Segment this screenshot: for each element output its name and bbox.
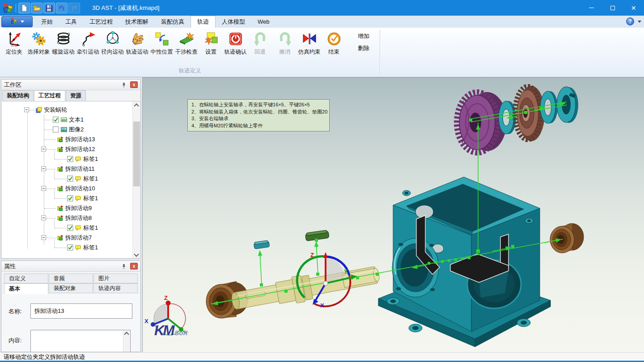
tree-item[interactable]: 标签1 bbox=[2, 174, 140, 184]
gearbox-housing[interactable] bbox=[378, 177, 551, 347]
ribbon-button-增加[interactable]: 增加 bbox=[358, 31, 378, 41]
scroll-up-icon[interactable] bbox=[134, 103, 139, 108]
maximize-button[interactable] bbox=[602, 0, 623, 16]
tree-item-label: 标签1 bbox=[83, 194, 98, 202]
tree-item[interactable]: 拆卸活动7 bbox=[2, 233, 140, 243]
checkbox-checked[interactable] bbox=[53, 117, 59, 123]
finish-icon bbox=[326, 31, 342, 46]
interference-check-icon bbox=[179, 31, 194, 46]
viewport-3d[interactable]: Z Y X X Z 1、在蜗轮轴上安装轴承，再安装平键 bbox=[142, 77, 644, 352]
tree-connector bbox=[55, 228, 66, 228]
ribbon-button-设置[interactable]: 设置 bbox=[199, 30, 223, 56]
ribbon-tab-Web[interactable]: Web bbox=[251, 16, 276, 28]
triad-z-label: Z bbox=[164, 295, 168, 301]
tree-scrollbar[interactable] bbox=[132, 101, 140, 258]
new-document-button[interactable] bbox=[18, 3, 30, 13]
workspace-tab-工艺过程[interactable]: 工艺过程 bbox=[34, 90, 65, 101]
key-teal[interactable] bbox=[254, 240, 270, 249]
ribbon-button-定位夹[interactable]: XYZ定位夹 bbox=[2, 30, 26, 56]
ribbon-button-结束[interactable]: 结束 bbox=[322, 30, 346, 56]
pin-icon[interactable] bbox=[120, 81, 127, 88]
tree-item[interactable]: 图像2 bbox=[2, 125, 140, 135]
checkbox-checked[interactable] bbox=[67, 195, 73, 202]
ribbon-button-牵引运动[interactable]: 牵引运动 bbox=[76, 30, 100, 56]
tree-expander[interactable] bbox=[41, 235, 46, 240]
scrollbar-thumb[interactable] bbox=[133, 122, 140, 186]
close-icon[interactable]: x bbox=[130, 81, 138, 88]
tree-expander[interactable] bbox=[24, 107, 29, 112]
save-button[interactable] bbox=[43, 3, 55, 13]
tree-item[interactable]: 拆卸活动8 bbox=[2, 213, 140, 223]
checkbox-checked[interactable] bbox=[67, 156, 73, 162]
checkbox-unchecked[interactable] bbox=[53, 126, 59, 133]
tree-item[interactable]: 标签1 bbox=[2, 154, 140, 164]
ribbon-button-径向运动[interactable]: 径向运动 bbox=[100, 30, 125, 56]
ribbon-tab-技术图解[interactable]: 技术图解 bbox=[119, 16, 155, 28]
ribbon-tab-开始[interactable]: 开始 bbox=[35, 16, 59, 28]
help-button[interactable]: ? bbox=[626, 17, 634, 25]
bearing-right[interactable] bbox=[550, 223, 584, 253]
ribbon-button-选择对象[interactable]: 选择对象 bbox=[26, 30, 51, 56]
content-input[interactable] bbox=[30, 330, 131, 352]
ribbon-button-仿真约束[interactable]: 仿真约束 bbox=[297, 30, 322, 56]
scroll-down-icon[interactable] bbox=[134, 252, 139, 257]
scroll-up-icon[interactable] bbox=[124, 332, 129, 337]
tree-item[interactable]: 拆卸活动9 bbox=[2, 203, 140, 213]
ribbon-button-轨迹运动[interactable]: 轨迹运动 bbox=[125, 30, 149, 56]
tree-item[interactable]: 拆卸活动13 bbox=[2, 135, 140, 144]
checkbox-checked[interactable] bbox=[67, 176, 73, 182]
workspace-panel-title: 工作区 bbox=[4, 81, 120, 89]
gizmo-z-label: Z bbox=[310, 252, 314, 258]
undo-button[interactable] bbox=[56, 3, 68, 13]
workspace-tab-装配结构[interactable]: 装配结构 bbox=[2, 90, 34, 101]
properties-tab-基本[interactable]: 基本 bbox=[4, 283, 48, 294]
worm-shaft[interactable] bbox=[229, 261, 381, 315]
pin-icon[interactable] bbox=[120, 263, 127, 270]
close-icon[interactable]: x bbox=[130, 263, 138, 269]
workspace-tab-资源[interactable]: 资源 bbox=[66, 90, 86, 101]
ribbon-tab-人体模型[interactable]: 人体模型 bbox=[216, 16, 251, 28]
washer-1[interactable] bbox=[499, 101, 516, 134]
ribbon-button-label: 选择对象 bbox=[26, 48, 51, 56]
ribbon-tab-工具[interactable]: 工具 bbox=[59, 16, 83, 28]
ribbon-tab-工艺过程[interactable]: 工艺过程 bbox=[83, 16, 119, 28]
minimize-button[interactable] bbox=[581, 0, 602, 16]
ribbon-button-轨迹确认[interactable]: 轨迹确认 bbox=[223, 30, 248, 56]
app-menu-button[interactable] bbox=[1, 16, 33, 27]
ribbon-button-中性位置[interactable]: 中性位置 bbox=[149, 30, 174, 56]
properties-tab-音频[interactable]: 音频 bbox=[49, 274, 93, 283]
neutral-position-icon bbox=[154, 31, 169, 46]
tree-item[interactable]: 拆卸活动12 bbox=[2, 144, 140, 154]
content-scrollbar[interactable] bbox=[123, 331, 130, 352]
ribbon-tab-装配仿真[interactable]: 装配仿真 bbox=[155, 16, 191, 28]
properties-tab-自定义[interactable]: 自定义 bbox=[4, 274, 48, 283]
lock-ring[interactable] bbox=[557, 87, 578, 123]
tree-item[interactable]: 标签1 bbox=[2, 243, 140, 253]
properties-tab-装配对象[interactable]: 装配对象 bbox=[49, 283, 93, 293]
help-area: ? bbox=[626, 17, 641, 25]
assembly-note[interactable]: 1、在蜗轮轴上安装轴承，再安装平键16×5、平键26×5 2、将蜗轮轴装入箱体，… bbox=[187, 99, 330, 131]
tree-expander[interactable] bbox=[41, 186, 46, 191]
close-button[interactable]: ✕ bbox=[623, 0, 644, 16]
tree-expander[interactable] bbox=[41, 215, 46, 220]
properties-tab-轨迹内容[interactable]: 轨迹内容 bbox=[93, 283, 138, 293]
properties-tab-图片[interactable]: 图片 bbox=[93, 274, 138, 283]
checkbox-checked[interactable] bbox=[67, 244, 73, 251]
tree-item[interactable]: 安装蜗轮 bbox=[2, 105, 140, 115]
ribbon-button-干涉检查[interactable]: 干涉检查 bbox=[174, 30, 199, 56]
ribbon-button-删除[interactable]: 删除 bbox=[358, 43, 378, 53]
chevron-down-icon[interactable] bbox=[638, 21, 641, 23]
tree-item[interactable]: 拆卸活动11 bbox=[2, 164, 140, 174]
checkbox-checked[interactable] bbox=[67, 225, 73, 231]
tree-item[interactable]: 标签1 bbox=[2, 223, 140, 233]
tree-expander[interactable] bbox=[41, 166, 46, 171]
tree-item[interactable]: 拆卸活动10 bbox=[2, 184, 140, 194]
ribbon-tab-轨迹[interactable]: 轨迹 bbox=[191, 16, 216, 28]
tree-expander[interactable] bbox=[41, 147, 46, 152]
application-window: 3D AST - [减速机.kmapd] ✕ 开始工具工艺过程技术图解装配仿真轨… bbox=[0, 0, 644, 362]
tree-item[interactable]: 标签1 bbox=[2, 194, 140, 203]
tree-item[interactable]: abc文本1 bbox=[2, 115, 140, 125]
name-input[interactable] bbox=[30, 303, 132, 319]
open-file-button[interactable] bbox=[31, 3, 42, 13]
ribbon-button-螺旋运动[interactable]: 螺旋运动 bbox=[51, 30, 76, 56]
